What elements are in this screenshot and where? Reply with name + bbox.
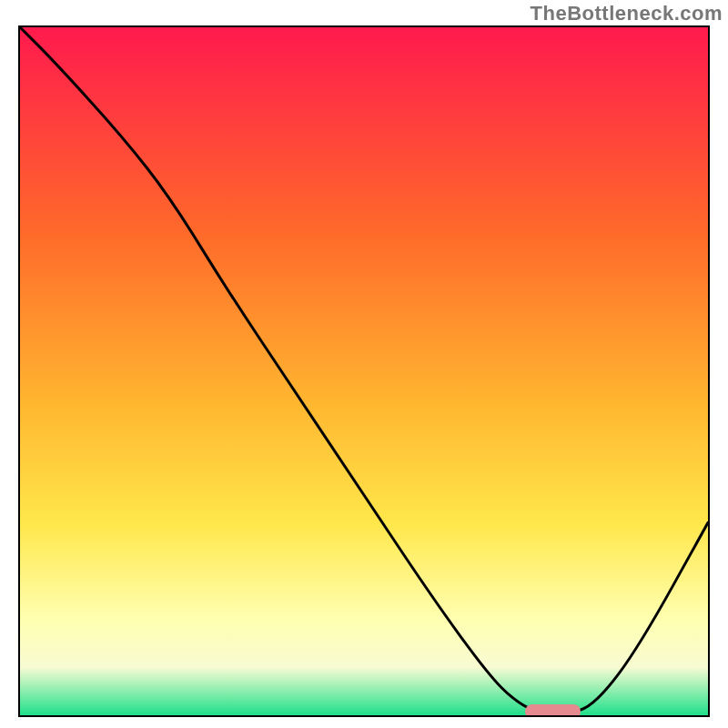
plot-area [18, 25, 710, 717]
watermark-text: TheBottleneck.com [531, 2, 723, 25]
figure-container: TheBottleneck.com [0, 0, 728, 728]
minimum-marker [525, 704, 581, 717]
bottleneck-curve [20, 27, 708, 715]
